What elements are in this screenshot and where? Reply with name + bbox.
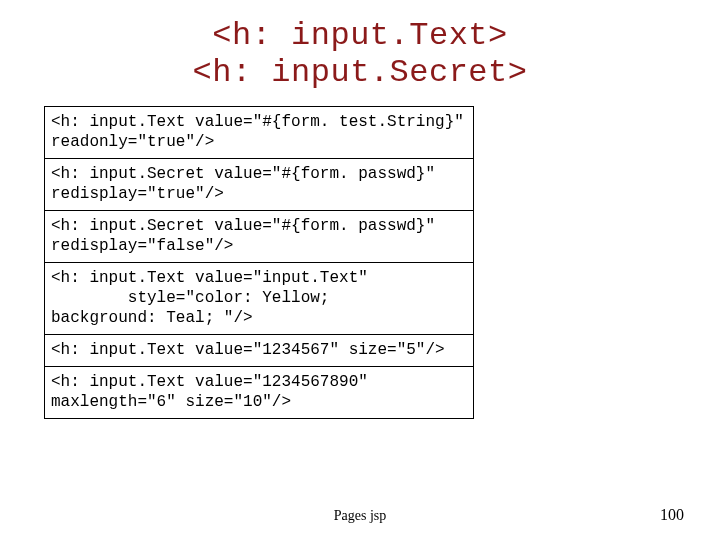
table-row: <h: input.Text value="input.Text" style=…	[45, 262, 474, 334]
table-row: <h: input.Secret value="#{form. passwd}"…	[45, 158, 474, 210]
slide-title: <h: input.Text> <h: input.Secret>	[0, 0, 720, 92]
footer-center: Pages jsp	[0, 508, 720, 524]
table-row: <h: input.Text value="1234567890" maxlen…	[45, 366, 474, 418]
table-row: <h: input.Secret value="#{form. passwd}"…	[45, 210, 474, 262]
code-cell: <h: input.Text value="1234567" size="5"/…	[45, 334, 474, 366]
code-table-wrap: <h: input.Text value="#{form. test.Strin…	[44, 106, 474, 419]
code-cell: <h: input.Text value="input.Text" style=…	[45, 262, 474, 334]
title-line-2: <h: input.Secret>	[0, 55, 720, 92]
title-line-1: <h: input.Text>	[0, 18, 720, 55]
table-row: <h: input.Text value="1234567" size="5"/…	[45, 334, 474, 366]
slide: <h: input.Text> <h: input.Secret> <h: in…	[0, 0, 720, 540]
code-cell: <h: input.Secret value="#{form. passwd}"…	[45, 158, 474, 210]
code-cell: <h: input.Secret value="#{form. passwd}"…	[45, 210, 474, 262]
code-cell: <h: input.Text value="#{form. test.Strin…	[45, 106, 474, 158]
code-table: <h: input.Text value="#{form. test.Strin…	[44, 106, 474, 419]
table-row: <h: input.Text value="#{form. test.Strin…	[45, 106, 474, 158]
page-number: 100	[660, 506, 684, 524]
code-cell: <h: input.Text value="1234567890" maxlen…	[45, 366, 474, 418]
